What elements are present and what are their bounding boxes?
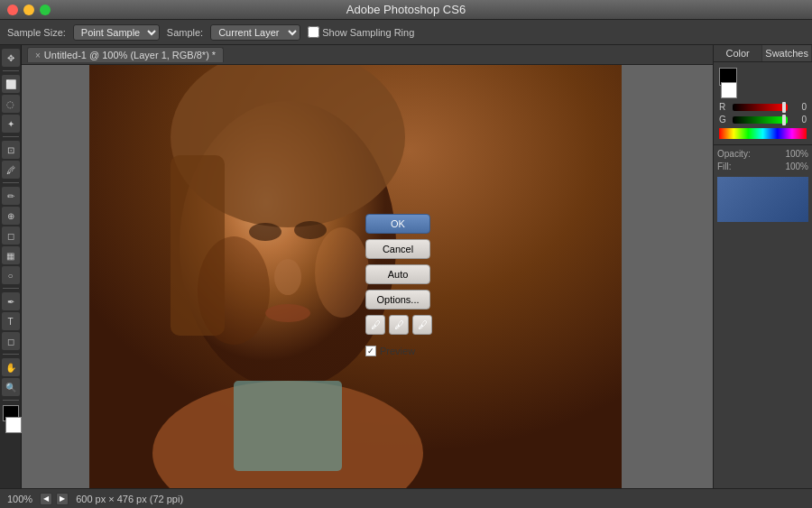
show-ring-checkbox[interactable] (308, 26, 319, 38)
green-slider-thumb[interactable] (782, 115, 786, 125)
opacity-label: Opacity: (717, 149, 751, 159)
pen-tool[interactable]: ✒ (2, 292, 20, 310)
red-row: R 0 (719, 102, 807, 112)
swatches-tab[interactable]: Swatches (762, 45, 812, 61)
document-info: 600 px × 476 px (72 ppi) (76, 494, 183, 504)
fill-value: 100% (785, 162, 808, 171)
canvas-background: Levels Preset: Custom ▼ ⚙ (22, 65, 713, 488)
background-swatch[interactable] (721, 82, 737, 98)
marquee-tool[interactable]: ⬜ (2, 75, 20, 93)
status-nav: ◀ ▶ (40, 493, 69, 505)
preview-checkbox[interactable]: ✓ (365, 346, 376, 356)
svg-point-31 (198, 236, 270, 345)
r-label: R (719, 102, 730, 112)
tool-separator (3, 70, 19, 71)
tool-separator-2 (3, 136, 19, 137)
svg-point-35 (274, 259, 301, 295)
dialog-buttons-panel: OK Cancel Auto Options... 🖋 🖋 🖋 ✓ Previe… (365, 214, 434, 356)
svg-rect-30 (234, 381, 342, 471)
green-row: G 0 (719, 115, 807, 125)
right-panel: Color Swatches R 0 G (713, 45, 812, 488)
close-button[interactable] (7, 5, 18, 15)
move-tool[interactable]: ✥ (2, 49, 20, 67)
r-value: 0 (790, 102, 807, 112)
tab-bar: × Untitled-1 @ 100% (Layer 1, RGB/8*) * (22, 45, 713, 65)
zoom-level: 100% (7, 494, 32, 504)
g-label: G (719, 115, 730, 125)
cancel-button[interactable]: Cancel (365, 239, 430, 259)
color-swatch-stack (719, 68, 748, 97)
eyedropper-tool[interactable]: 🖉 (2, 161, 20, 179)
brush-tool[interactable]: ✏ (2, 187, 20, 205)
eraser-tool[interactable]: ◻ (2, 226, 20, 245)
auto-button[interactable]: Auto (365, 264, 430, 284)
color-swatches (719, 68, 807, 97)
green-slider-track[interactable] (733, 116, 788, 124)
red-slider-thumb[interactable] (782, 102, 786, 113)
options-bar: Sample Size: Point Sample Sample: Curren… (0, 20, 812, 45)
tab-close-btn[interactable]: × (35, 51, 41, 60)
color-swatch-block (717, 177, 808, 222)
preview-row: ✓ Preview (365, 346, 434, 356)
zoom-tool[interactable]: 🔍 (2, 378, 20, 396)
sample-size-label: Sample Size: (7, 27, 66, 38)
text-tool[interactable]: T (2, 312, 20, 330)
gray-eyedropper-btn[interactable]: 🖋 (389, 315, 409, 335)
tab-label: Untitled-1 @ 100% (Layer 1, RGB/8*) * (44, 50, 216, 60)
ok-button[interactable]: OK (365, 214, 430, 234)
g-value: 0 (790, 115, 807, 125)
color-tab[interactable]: Color (714, 45, 762, 61)
sample-select[interactable]: Current Layer (210, 24, 300, 41)
right-panel-extras: Opacity: 100% Fill: 100% (714, 144, 812, 226)
sample-size-select[interactable]: Point Sample (73, 24, 160, 41)
fill-row: Fill: 100% (717, 162, 808, 171)
left-toolbar: ✥ ⬜ ◌ ✦ ⊡ 🖉 ✏ ⊕ ◻ ▦ ○ ✒ T ◻ ✋ 🔍 (0, 45, 22, 488)
opacity-row: Opacity: 100% (717, 149, 808, 159)
magic-wand-tool[interactable]: ✦ (2, 115, 20, 133)
dodge-tool[interactable]: ○ (2, 266, 20, 284)
traffic-lights (7, 5, 51, 15)
app-title: Adobe Photoshop CS6 (346, 3, 466, 16)
title-bar: Adobe Photoshop CS6 (0, 0, 812, 20)
tool-separator-3 (3, 182, 19, 183)
options-button[interactable]: Options... (365, 290, 430, 309)
red-slider-track[interactable] (733, 104, 788, 111)
background-color[interactable] (5, 417, 22, 433)
svg-point-33 (249, 223, 281, 241)
opacity-value: 100% (785, 149, 808, 159)
clone-tool[interactable]: ⊕ (2, 207, 20, 225)
svg-point-34 (294, 221, 327, 239)
photo-canvas (89, 65, 622, 488)
tool-separator-6 (3, 400, 19, 401)
black-eyedropper-btn[interactable]: 🖋 (365, 315, 385, 335)
svg-point-36 (265, 304, 310, 322)
preview-label: Preview (380, 346, 415, 356)
shape-tool[interactable]: ◻ (2, 332, 20, 350)
color-panel: R 0 G 0 (714, 62, 812, 144)
prev-btn[interactable]: ◀ (40, 493, 52, 505)
gradient-tool[interactable]: ▦ (2, 246, 20, 264)
color-sliders: R 0 G 0 (719, 102, 807, 139)
sample-label: Sample: (167, 27, 203, 38)
main-area: ✥ ⬜ ◌ ✦ ⊡ 🖉 ✏ ⊕ ◻ ▦ ○ ✒ T ◻ ✋ 🔍 × Untitl… (0, 45, 812, 488)
spectrum-bar[interactable] (719, 128, 807, 139)
hand-tool[interactable]: ✋ (2, 358, 20, 376)
tool-separator-4 (3, 288, 19, 289)
right-panel-tabs: Color Swatches (714, 45, 812, 62)
tool-separator-5 (3, 354, 19, 355)
show-ring-option[interactable]: Show Sampling Ring (308, 26, 414, 38)
lasso-tool[interactable]: ◌ (2, 95, 20, 113)
status-bar: 100% ◀ ▶ 600 px × 476 px (72 ppi) (0, 488, 812, 508)
svg-point-32 (315, 227, 369, 318)
next-btn[interactable]: ▶ (56, 493, 69, 505)
white-eyedropper-btn[interactable]: 🖋 (412, 315, 432, 335)
fill-label: Fill: (717, 162, 732, 171)
eyedropper-row: 🖋 🖋 🖋 (365, 315, 434, 335)
maximize-button[interactable] (40, 5, 51, 15)
document-tab[interactable]: × Untitled-1 @ 100% (Layer 1, RGB/8*) * (27, 47, 224, 62)
crop-tool[interactable]: ⊡ (2, 141, 20, 159)
minimize-button[interactable] (23, 5, 34, 15)
canvas-area: × Untitled-1 @ 100% (Layer 1, RGB/8*) * … (22, 45, 713, 488)
